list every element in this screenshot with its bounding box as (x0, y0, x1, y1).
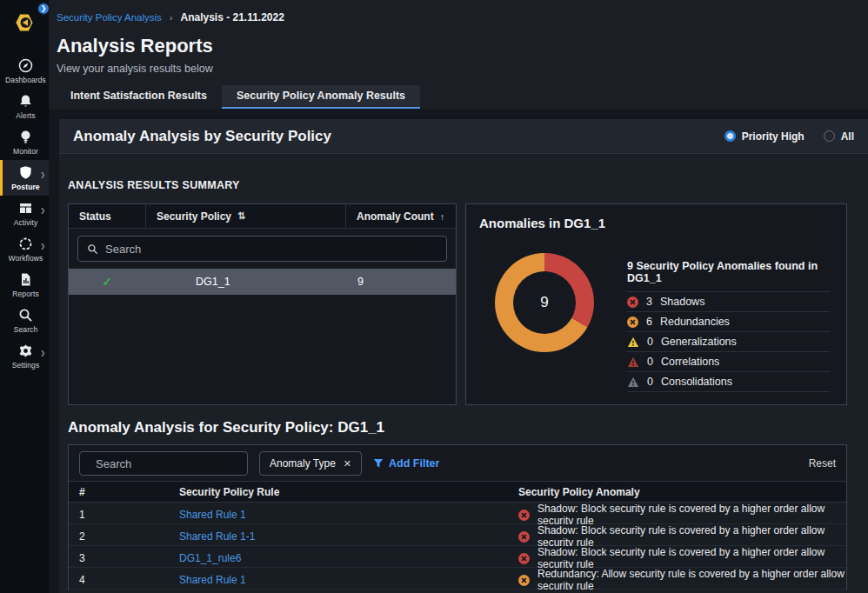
legend-count: 6 (646, 316, 652, 328)
chevron-right-icon: ❯ (40, 243, 45, 250)
sidebar-item-label: Alerts (16, 111, 35, 120)
anomaly-count-value: 9 (345, 276, 456, 288)
anomaly-text: Redundancy: Allow security rule is cover… (537, 568, 846, 590)
dotted-circle-icon (18, 237, 33, 251)
table-row[interactable]: 3 DG1_1_rule6 Shadow: Block security rul… (69, 546, 846, 568)
summary-table-panel: Status Security Policy ⇅ Anomaly Count ↑ (68, 203, 457, 405)
sidebar-item-workflows[interactable]: Workflows ❯ (0, 231, 49, 267)
anomaly-text: Shadow: Block security rule is covered b… (537, 546, 846, 570)
breadcrumb-link[interactable]: Security Policy Analysis (57, 12, 162, 23)
sidebar-item-label: Search (14, 325, 38, 334)
search-icon (87, 243, 98, 255)
page-title: Analysis Reports (57, 35, 868, 57)
detail-search (79, 451, 248, 476)
sidebar-item-label: Dashboards (5, 76, 46, 84)
column-status: Status (69, 204, 145, 228)
column-anomaly-count[interactable]: Anomaly Count ↑ (345, 204, 456, 228)
sidebar-item-label: Workflows (9, 254, 43, 263)
sidebar: ❯ Dashboards Alerts Monitor Posture ❯ (0, 0, 49, 593)
breadcrumb: Security Policy Analysis › Analysis - 21… (49, 0, 868, 23)
anomaly-type-filter-chip[interactable]: Anomaly Type ✕ (259, 451, 362, 476)
tab-anomaly-results[interactable]: Security Policy Anomaly Results (222, 85, 420, 109)
policy-name: DG1_1 (145, 276, 345, 288)
section-title: Anomaly Analysis by Security Policy (73, 128, 331, 145)
rule-link[interactable]: Shared Rule 1 (179, 509, 518, 521)
summary-search (77, 236, 447, 262)
sidebar-item-label: Posture (11, 183, 39, 191)
legend-label: Consolidations (661, 376, 732, 388)
anomaly-cell: Shadow: Block security rule is covered b… (518, 546, 846, 570)
row-number: 4 (79, 574, 179, 586)
correlation-warning-icon (627, 356, 639, 368)
sidebar-expand-button[interactable]: ❯ (37, 2, 50, 16)
table-row[interactable]: 4 Shared Rule 1 Redundancy: Allow securi… (69, 568, 846, 590)
tab-intent-satisfaction[interactable]: Intent Satisfaction Results (56, 85, 222, 109)
add-filter-label: Add Filter (389, 457, 439, 470)
column-rule: Security Policy Rule (179, 486, 518, 498)
anomaly-chart-panel: Anomalies in DG1_1 9 9 Security Policy A… (465, 203, 847, 405)
legend-row-shadows: 3 Shadows (627, 292, 830, 312)
consolidation-warning-icon (627, 376, 639, 388)
legend-count: 3 (646, 296, 652, 308)
legend-label: Shadows (660, 296, 704, 308)
rule-link[interactable]: DG1_1_rule6 (179, 552, 518, 564)
sidebar-item-reports[interactable]: Reports (0, 267, 49, 303)
rule-link[interactable]: Shared Rule 1-1 (179, 530, 518, 543)
legend-row-generalizations: 0 Generalizations (627, 332, 830, 352)
sort-both-icon[interactable]: ⇅ (237, 210, 245, 222)
summary-search-input[interactable] (105, 243, 437, 256)
column-label: Anomaly Count (357, 210, 434, 223)
gear-icon (18, 343, 33, 358)
chevron-right-icon: ❯ (40, 171, 45, 178)
detail-section-title: Anomaly Analysis for Security Policy: DG… (68, 419, 847, 436)
summary-row-dg1-1[interactable]: ✓ DG1_1 9 (69, 269, 456, 295)
anomaly-cell: Redundancy: Allow security rule is cover… (518, 568, 846, 590)
column-number: # (79, 486, 179, 498)
radio-all[interactable]: All (824, 130, 854, 143)
sidebar-item-settings[interactable]: Settings ❯ (0, 338, 49, 374)
column-anomaly: Security Policy Anomaly (518, 486, 846, 498)
sidebar-item-search[interactable]: Search (0, 303, 49, 338)
redundancy-circle-x-icon (518, 575, 530, 586)
legend-row-correlations: 0 Correlations (627, 352, 830, 372)
radio-unselected-icon[interactable] (824, 130, 835, 142)
add-filter-button[interactable]: Add Filter (373, 457, 439, 470)
legend-count: 0 (647, 376, 653, 388)
status-check-icon: ✓ (69, 275, 145, 289)
anomaly-cell: Shadow: Block security rule is covered b… (518, 503, 846, 527)
anomaly-text: Shadow: Block security rule is covered b… (537, 524, 846, 549)
column-label: Security Policy (157, 210, 231, 223)
anomaly-text: Shadow: Block security rule is covered b… (537, 503, 846, 527)
section-header: Anomaly Analysis by Security Policy Prio… (59, 119, 868, 154)
sidebar-item-dashboards[interactable]: Dashboards (0, 53, 49, 89)
sidebar-item-posture[interactable]: Posture ❯ (0, 160, 49, 196)
detail-search-input[interactable] (96, 457, 249, 470)
tab-bar: Intent Satisfaction Results Security Pol… (56, 85, 420, 109)
detail-table-panel: Anomaly Type ✕ Add Filter Reset # Securi… (68, 444, 847, 590)
sidebar-item-alerts[interactable]: Alerts (0, 89, 49, 124)
reset-button[interactable]: Reset (809, 457, 836, 470)
page-subtitle: View your analysis results below (57, 63, 868, 75)
table-row[interactable]: 2 Shared Rule 1-1 Shadow: Block security… (69, 524, 846, 546)
rule-link[interactable]: Shared Rule 1 (179, 574, 518, 586)
sidebar-item-monitor[interactable]: Monitor (0, 124, 49, 160)
legend-count: 0 (647, 356, 653, 368)
table-row[interactable]: 1 Shared Rule 1 Shadow: Block security r… (69, 503, 846, 524)
bulb-icon (18, 130, 33, 144)
radio-selected-icon[interactable] (724, 130, 736, 142)
chart-panel-title: Anomalies in DG1_1 (479, 216, 833, 230)
sidebar-item-label: Reports (12, 290, 38, 298)
app-root: ❯ Dashboards Alerts Monitor Posture ❯ (0, 0, 868, 593)
sidebar-item-label: Settings (12, 361, 40, 370)
search-icon (18, 308, 33, 323)
legend-label: Redundancies (660, 316, 730, 328)
sort-up-icon[interactable]: ↑ (440, 211, 445, 222)
chip-close-icon[interactable]: ✕ (344, 458, 351, 470)
sidebar-item-activity[interactable]: Activity ❯ (0, 196, 49, 231)
report-document-icon (18, 272, 33, 287)
anomaly-cell: Shadow: Block security rule is covered b… (518, 524, 846, 549)
radio-priority-high[interactable]: Priority High (724, 130, 805, 143)
detail-table-header: # Security Policy Rule Security Policy A… (69, 481, 846, 503)
column-security-policy[interactable]: Security Policy ⇅ (145, 204, 345, 228)
donut-chart: 9 (495, 253, 594, 352)
